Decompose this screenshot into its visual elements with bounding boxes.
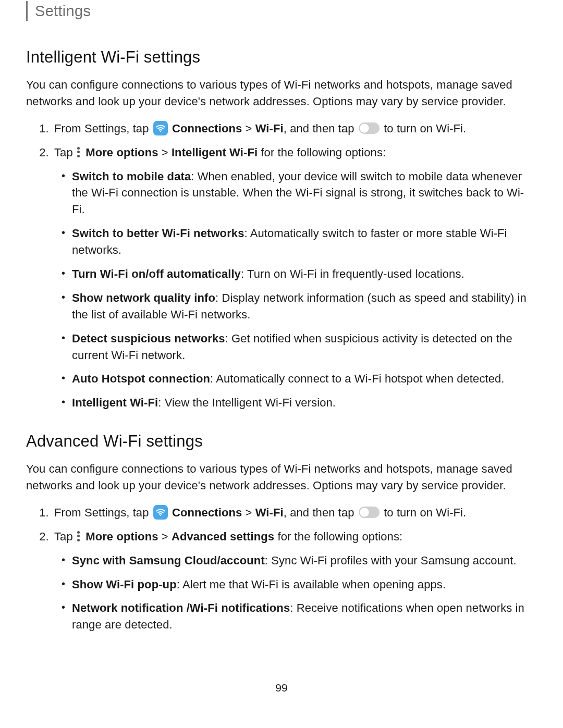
bullet-term: Sync with Samsung Cloud/account xyxy=(72,554,265,567)
list-item: Network notification /Wi-Fi notification… xyxy=(72,600,537,633)
step-text: Tap xyxy=(54,530,76,543)
bullet-term: Switch to better Wi-Fi networks xyxy=(72,227,244,240)
step-text: > xyxy=(242,506,255,519)
more-options-label: More options xyxy=(85,530,158,543)
bullet-desc: : View the Intelligent Wi-Fi version. xyxy=(158,396,336,409)
list-item: Sync with Samsung Cloud/account: Sync Wi… xyxy=(72,552,537,569)
step-text: , and then tap xyxy=(284,506,358,519)
bullet-term: Show Wi-Fi pop-up xyxy=(72,578,177,591)
steps-list: From Settings, tap Connections > Wi-Fi, … xyxy=(26,120,537,411)
svg-point-1 xyxy=(160,515,161,516)
bullets-list: Sync with Samsung Cloud/account: Sync Wi… xyxy=(54,552,537,634)
list-item: Switch to mobile data: When enabled, you… xyxy=(72,168,537,218)
wifi-label: Wi-Fi xyxy=(255,506,284,519)
bullet-term: Network notification /Wi-Fi notification… xyxy=(72,601,290,614)
list-item: Auto Hotspot connection: Automatically c… xyxy=(72,371,537,387)
list-item: Detect suspicious networks: Get notified… xyxy=(72,330,537,364)
steps-list: From Settings, tap Connections > Wi-Fi, … xyxy=(26,504,537,633)
header-rule xyxy=(26,1,28,21)
step-item: Tap More options > Intelligent Wi-Fi for… xyxy=(52,144,537,412)
step-text: for the following options: xyxy=(274,530,402,543)
more-options-icon xyxy=(77,531,80,541)
connections-icon xyxy=(153,505,168,520)
section-intro: You can configure connections to various… xyxy=(26,77,537,110)
list-item: Switch to better Wi-Fi networks: Automat… xyxy=(72,225,537,258)
page-number: 99 xyxy=(26,680,537,696)
toggle-off-icon xyxy=(359,507,380,518)
more-options-label: More options xyxy=(85,146,158,159)
step-text: to turn on Wi-Fi. xyxy=(381,506,466,519)
step-text: , and then tap xyxy=(284,122,358,135)
page-container: Settings Intelligent Wi-Fi settings You … xyxy=(0,0,563,717)
bullet-term: Show network quality info xyxy=(72,291,215,304)
list-item: Show network quality info: Display netwo… xyxy=(72,290,537,323)
step-text: Tap xyxy=(54,146,76,159)
bullet-desc: : Sync Wi-Fi profiles with your Samsung … xyxy=(265,554,517,567)
section-intro: You can configure connections to various… xyxy=(26,461,537,494)
step-text: From Settings, tap xyxy=(54,122,152,135)
bullet-term: Intelligent Wi-Fi xyxy=(72,396,158,409)
list-item: Show Wi-Fi pop-up: Alert me that Wi-Fi i… xyxy=(72,576,537,593)
step-item: Tap More options > Advanced settings for… xyxy=(52,528,537,633)
more-options-icon xyxy=(77,147,80,157)
page-header: Settings xyxy=(26,1,537,21)
list-item: Turn Wi-Fi on/off automatically: Turn on… xyxy=(72,266,537,282)
svg-point-0 xyxy=(160,131,161,132)
bullet-desc: : Automatically connect to a Wi-Fi hotsp… xyxy=(210,372,505,385)
bullet-term: Auto Hotspot connection xyxy=(72,372,210,385)
step-text: > xyxy=(242,122,255,135)
section-advanced-wifi: Advanced Wi-Fi settings You can configur… xyxy=(26,430,537,633)
connections-label: Connections xyxy=(172,122,242,135)
bullets-list: Switch to mobile data: When enabled, you… xyxy=(54,168,537,412)
step-text: > xyxy=(158,146,172,159)
bullet-desc: : Turn on Wi-Fi in frequently-used locat… xyxy=(241,267,464,280)
section-heading: Advanced Wi-Fi settings xyxy=(26,430,537,453)
step-text: > xyxy=(158,530,172,543)
toggle-off-icon xyxy=(359,122,380,134)
bullet-desc: : Alert me that Wi-Fi is available when … xyxy=(177,578,446,591)
list-item: Intelligent Wi-Fi: View the Intelligent … xyxy=(72,394,537,411)
wifi-icon xyxy=(155,123,166,133)
step-item: From Settings, tap Connections > Wi-Fi, … xyxy=(52,504,537,521)
step-text: From Settings, tap xyxy=(54,506,152,519)
connections-icon xyxy=(153,121,168,135)
section-heading: Intelligent Wi-Fi settings xyxy=(26,46,537,69)
connections-label: Connections xyxy=(172,506,242,519)
section-intelligent-wifi: Intelligent Wi-Fi settings You can confi… xyxy=(26,46,537,411)
page-title: Settings xyxy=(35,1,91,21)
target-label: Intelligent Wi-Fi xyxy=(172,146,258,159)
target-label: Advanced settings xyxy=(172,530,274,543)
bullet-term: Detect suspicious networks xyxy=(72,332,225,345)
bullet-term: Turn Wi-Fi on/off automatically xyxy=(72,267,241,280)
step-text: to turn on Wi-Fi. xyxy=(381,122,466,135)
wifi-icon xyxy=(155,507,166,517)
wifi-label: Wi-Fi xyxy=(255,122,284,135)
step-text: for the following options: xyxy=(258,146,386,159)
bullet-term: Switch to mobile data xyxy=(72,170,191,183)
step-item: From Settings, tap Connections > Wi-Fi, … xyxy=(52,120,537,137)
